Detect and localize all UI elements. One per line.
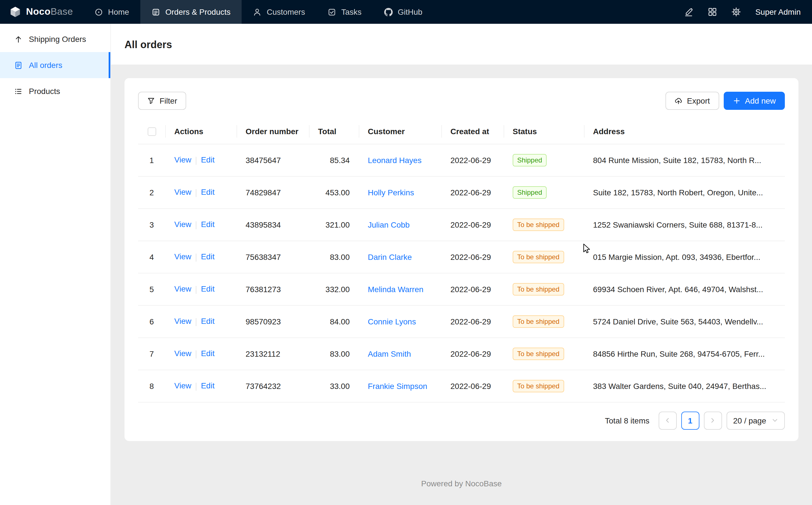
total-cell: 321.00 bbox=[309, 208, 359, 240]
filter-icon bbox=[147, 97, 155, 105]
column-header-status: Status bbox=[504, 119, 584, 144]
tab-home[interactable]: Home bbox=[83, 0, 141, 24]
action-divider bbox=[196, 318, 196, 326]
order-number-cell: 38475647 bbox=[237, 144, 309, 176]
brand-logo[interactable]: NocoBase bbox=[0, 0, 83, 24]
orders-card: Filter Export bbox=[124, 78, 798, 441]
github-icon bbox=[384, 8, 393, 16]
created-at-cell: 2022-06-29 bbox=[441, 337, 504, 370]
customer-link[interactable]: Julian Cobb bbox=[368, 220, 410, 229]
column-header-total: Total bbox=[309, 119, 359, 144]
customer-link[interactable]: Melinda Warren bbox=[368, 285, 424, 294]
status-tag: Shipped bbox=[513, 154, 547, 166]
chevron-right-icon bbox=[710, 417, 716, 424]
cloud-upload-icon bbox=[674, 97, 683, 105]
sidebar-item-products[interactable]: Products bbox=[0, 78, 110, 104]
export-label: Export bbox=[687, 96, 710, 105]
row-index: 7 bbox=[150, 349, 154, 358]
tab-github[interactable]: GitHub bbox=[373, 0, 434, 24]
next-page-button[interactable] bbox=[704, 411, 722, 430]
customer-link[interactable]: Adam Smith bbox=[368, 349, 411, 358]
page-size-select[interactable]: 20 / page bbox=[726, 411, 785, 430]
edit-link[interactable]: Edit bbox=[201, 285, 215, 294]
select-all-checkbox[interactable] bbox=[148, 127, 156, 136]
filter-button[interactable]: Filter bbox=[138, 92, 186, 110]
column-header-actions: Actions bbox=[165, 119, 237, 144]
view-link[interactable]: View bbox=[174, 220, 191, 229]
table-row: 7 ViewEdit 23132112 83.00 Adam Smith 202… bbox=[138, 337, 785, 370]
column-header-customer: Customer bbox=[359, 119, 441, 144]
row-index: 2 bbox=[150, 188, 154, 197]
row-index: 8 bbox=[150, 381, 154, 390]
prev-page-button[interactable] bbox=[658, 411, 676, 430]
edit-link[interactable]: Edit bbox=[201, 317, 215, 326]
table-row: 2 ViewEdit 74829847 453.00 Holly Perkins… bbox=[138, 176, 785, 208]
sidebar-item-shipping-orders[interactable]: Shipping Orders bbox=[0, 26, 110, 52]
customer-link[interactable]: Darin Clarke bbox=[368, 252, 412, 261]
settings-button[interactable] bbox=[732, 7, 741, 16]
created-at-cell: 2022-06-29 bbox=[441, 240, 504, 273]
table-row: 4 ViewEdit 75638347 83.00 Darin Clarke 2… bbox=[138, 240, 785, 273]
table-row: 6 ViewEdit 98570923 84.00 Connie Lyons 2… bbox=[138, 305, 785, 337]
view-link[interactable]: View bbox=[174, 381, 191, 390]
table-body: 1 ViewEdit 38475647 85.34 Leonard Hayes … bbox=[138, 144, 785, 402]
view-link[interactable]: View bbox=[174, 317, 191, 326]
sidebar-item-all-orders[interactable]: All orders bbox=[0, 52, 110, 78]
order-number-cell: 43895834 bbox=[237, 208, 309, 240]
status-tag: To be shipped bbox=[513, 283, 564, 295]
status-tag: To be shipped bbox=[513, 347, 564, 360]
nav-label: Customers bbox=[267, 7, 305, 16]
grid-icon bbox=[708, 7, 717, 16]
view-link[interactable]: View bbox=[174, 252, 191, 261]
row-index: 6 bbox=[150, 317, 154, 326]
edit-link[interactable]: Edit bbox=[201, 252, 215, 261]
orders-icon bbox=[152, 8, 160, 16]
customer-link[interactable]: Frankie Simpson bbox=[368, 381, 427, 390]
export-button[interactable]: Export bbox=[665, 92, 719, 110]
address-cell: Suite 182, 15783, North Robert, Oregon, … bbox=[584, 176, 785, 208]
brand-name: NocoBase bbox=[26, 6, 73, 18]
column-header-order-number: Order number bbox=[237, 119, 309, 144]
toolbar-right: Export Add new bbox=[665, 92, 785, 110]
row-index: 5 bbox=[150, 285, 154, 294]
main-nav: Home Orders & Products Customers bbox=[83, 0, 684, 24]
tab-orders-products[interactable]: Orders & Products bbox=[140, 0, 242, 24]
view-link[interactable]: View bbox=[174, 349, 191, 358]
nav-label: Home bbox=[108, 7, 129, 16]
address-cell: 804 Runte Mission, Suite 182, 15783, Nor… bbox=[584, 144, 785, 176]
view-link[interactable]: View bbox=[174, 155, 191, 164]
navbar-right: Super Admin bbox=[684, 0, 812, 24]
add-new-button[interactable]: Add new bbox=[724, 92, 785, 110]
customer-link[interactable]: Holly Perkins bbox=[368, 188, 414, 197]
action-divider bbox=[196, 254, 196, 261]
order-number-cell: 73764232 bbox=[237, 370, 309, 402]
sidebar-item-label: Shipping Orders bbox=[29, 34, 86, 44]
user-menu[interactable]: Super Admin bbox=[755, 7, 801, 16]
view-link[interactable]: View bbox=[174, 188, 191, 197]
home-icon bbox=[94, 8, 103, 16]
view-link[interactable]: View bbox=[174, 285, 191, 294]
edit-link[interactable]: Edit bbox=[201, 349, 215, 358]
sidebar-item-label: All orders bbox=[29, 60, 62, 69]
address-cell: 1252 Swaniawski Corners, Suite 688, 8137… bbox=[584, 208, 785, 240]
nav-label: Orders & Products bbox=[165, 7, 230, 16]
tab-customers[interactable]: Customers bbox=[242, 0, 316, 24]
address-cell: 84856 Hirthe Run, Suite 268, 94754-6705,… bbox=[584, 337, 785, 370]
page-number-button[interactable]: 1 bbox=[681, 411, 699, 430]
sidebar-item-label: Products bbox=[29, 87, 60, 96]
tab-tasks[interactable]: Tasks bbox=[316, 0, 373, 24]
plugin-manager-button[interactable] bbox=[708, 7, 717, 16]
edit-link[interactable]: Edit bbox=[201, 155, 215, 164]
ui-editor-button[interactable] bbox=[684, 7, 693, 16]
customer-link[interactable]: Leonard Hayes bbox=[368, 155, 422, 164]
edit-link[interactable]: Edit bbox=[201, 220, 215, 229]
customer-link[interactable]: Connie Lyons bbox=[368, 317, 416, 326]
content-area: Filter Export bbox=[111, 64, 812, 505]
edit-link[interactable]: Edit bbox=[201, 188, 215, 197]
edit-link[interactable]: Edit bbox=[201, 381, 215, 390]
total-items-label: Total 8 items bbox=[605, 416, 649, 425]
created-at-cell: 2022-06-29 bbox=[441, 208, 504, 240]
order-number-cell: 76381273 bbox=[237, 273, 309, 305]
table-header: Actions Order number Total Customer Crea… bbox=[138, 119, 785, 144]
row-index: 3 bbox=[150, 220, 154, 229]
